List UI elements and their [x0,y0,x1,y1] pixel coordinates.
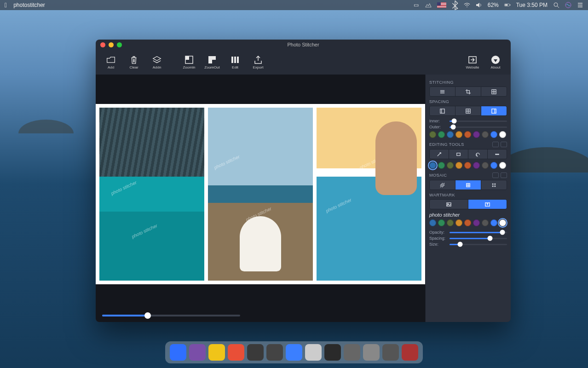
color-swatch[interactable] [438,162,445,169]
stitched-image-2[interactable]: photo stitcher photo stitcher [208,108,313,281]
spacing-opt1-button[interactable] [430,106,455,115]
about-button[interactable]: About [485,55,506,69]
apple-menu-icon[interactable]:  [5,1,7,9]
mosaic-segment [429,180,507,190]
tool-more-button[interactable] [488,150,507,159]
stitched-image-3[interactable]: photo stitcher photo stitcher [317,108,421,281]
color-swatch[interactable] [438,219,445,226]
color-swatch[interactable] [429,131,436,138]
display-icon[interactable]: ▭ [413,2,420,8]
menubar-app-name[interactable]: photostitcher [13,2,45,8]
mosaic-mini1[interactable] [492,172,499,178]
watermark-image-button[interactable] [430,200,468,209]
dock-app-icon[interactable] [286,344,302,361]
mosaic-opt3-button[interactable] [481,180,507,190]
color-swatch[interactable] [473,162,480,169]
color-swatch[interactable] [464,219,471,226]
dock-app-icon[interactable] [344,344,360,361]
addn-button[interactable]: Addn [146,55,167,69]
stitched-image-1[interactable]: photo stitcher photo stitcher [99,108,204,281]
color-swatch[interactable] [464,162,471,169]
color-swatch[interactable] [490,219,497,226]
color-swatch[interactable] [447,131,454,138]
editing-mini1[interactable] [492,142,499,147]
size-slider[interactable] [450,244,507,245]
window-titlebar[interactable]: Photo Stitcher [96,40,511,50]
battery-icon[interactable] [504,2,511,8]
inner-label: Inner: [429,119,447,123]
dock-app-icon[interactable] [324,344,341,361]
color-swatch[interactable] [499,131,506,138]
spacing-opt2-button[interactable] [455,106,481,115]
editing-mini2[interactable] [501,142,507,147]
dock-app-icon[interactable] [305,344,322,361]
watermark-text-preview[interactable]: photo stitcher [429,212,507,218]
outer-slider[interactable] [450,126,507,128]
color-swatch[interactable] [490,162,497,169]
color-swatch[interactable] [429,162,436,169]
menubar-clock[interactable]: Tue 3:50 PM [516,2,548,8]
color-swatch[interactable] [482,162,489,169]
color-swatch[interactable] [455,219,462,226]
mosaic-mini2[interactable] [501,172,507,178]
color-swatch[interactable] [499,162,506,169]
color-swatch[interactable] [429,219,436,226]
zoomin-button[interactable]: ZoomIn [179,55,200,69]
notification-center-icon[interactable] [577,2,583,8]
spacing-opt3-button[interactable] [481,106,507,115]
watermark-text-button[interactable] [468,200,507,209]
color-swatch[interactable] [455,131,462,138]
color-swatch[interactable] [499,219,506,226]
stitch-horizontal-button[interactable] [430,87,455,96]
edit-button[interactable]: Edit [225,55,246,69]
color-swatch[interactable] [482,219,489,226]
opacity-slider[interactable] [450,232,507,233]
bluetooth-icon[interactable] [452,2,458,8]
color-swatch[interactable] [438,131,445,138]
dock-app-icon[interactable] [363,344,380,361]
volume-icon[interactable] [476,2,482,8]
dock-app-icon[interactable] [402,344,418,361]
clear-button[interactable]: Clear [123,55,144,69]
add-button[interactable]: Add [100,55,121,69]
color-swatch[interactable] [464,131,471,138]
zoom-slider[interactable] [102,315,240,316]
dock-app-icon[interactable] [208,344,225,361]
color-swatch[interactable] [490,131,497,138]
wifi-icon[interactable] [464,2,470,8]
siri-icon[interactable] [565,2,571,8]
color-swatch[interactable] [473,219,480,226]
color-swatch[interactable] [447,219,454,226]
battery-percent[interactable]: 62% [488,2,499,8]
mosaic-opt2-button[interactable] [455,180,481,190]
spotlight-icon[interactable] [553,2,559,8]
macos-dock[interactable] [165,341,423,363]
dock-app-icon[interactable] [247,344,264,361]
mosaic-opt1-button[interactable] [430,180,455,190]
dock-app-icon[interactable] [189,344,206,361]
canvas[interactable]: photo stitcher photo stitcher photo stit… [96,104,425,284]
tool-arrow-button[interactable] [430,150,449,159]
tool-rect-button[interactable] [449,150,468,159]
flag-us-icon[interactable] [437,2,446,8]
dock-app-icon[interactable] [228,344,244,361]
dock-app-icon[interactable] [170,344,186,361]
toolbar-label: Edit [232,65,238,69]
export-button[interactable]: Export [248,55,269,69]
inner-slider[interactable] [450,121,507,122]
zoom-slider-thumb[interactable] [144,312,151,319]
mountain-icon[interactable] [425,2,432,8]
color-swatch[interactable] [447,162,454,169]
color-swatch[interactable] [473,131,480,138]
color-swatch[interactable] [455,162,462,169]
wspacing-slider[interactable] [450,238,507,239]
dock-app-icon[interactable] [382,344,399,361]
tool-undo-button[interactable] [468,150,488,159]
dock-app-icon[interactable] [266,344,283,361]
zoomout-button[interactable]: ZoomOut [202,55,223,69]
color-swatch[interactable] [482,131,489,138]
website-button[interactable]: Website [462,55,483,69]
watermark-text: photo stitcher [110,180,137,196]
stitch-grid-button[interactable] [481,87,507,96]
stitch-crop-button[interactable] [455,87,481,96]
